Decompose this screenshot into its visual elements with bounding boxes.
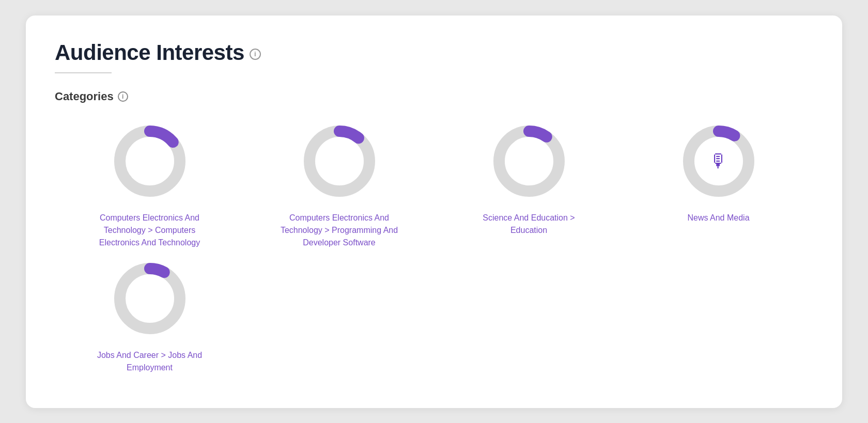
audience-interests-card: Audience Interests i Categories i Comput… — [26, 15, 842, 408]
category-item-4: 🎙 News And Media — [624, 120, 813, 249]
category-label-5: Jobs And Career > Jobs And Employment — [90, 349, 209, 374]
category-label-3: Science And Education > Education — [470, 212, 588, 237]
svg-point-8 — [120, 269, 180, 328]
categories-label: Categories — [55, 90, 114, 103]
donut-1 — [109, 120, 191, 202]
categories-row-1: Computers Electronics And Technology > C… — [55, 120, 813, 249]
donut-2 — [298, 120, 381, 202]
category-placeholder-3 — [434, 257, 624, 374]
donut-5 — [109, 257, 191, 340]
donut-4: 🎙 — [677, 120, 760, 202]
category-label-1: Computers Electronics And Technology > C… — [90, 212, 209, 249]
categories-info-icon[interactable]: i — [118, 91, 128, 102]
category-placeholder-2 — [244, 257, 434, 374]
category-item-3: Science And Education > Education — [434, 120, 624, 249]
category-placeholder-4 — [624, 257, 813, 374]
title-row: Audience Interests i — [55, 40, 813, 65]
category-label-2: Computers Electronics And Technology > P… — [280, 212, 399, 249]
category-item-1: Computers Electronics And Technology > C… — [55, 120, 244, 249]
microphone-icon: 🎙 — [709, 150, 728, 172]
categories-row-2: Jobs And Career > Jobs And Employment — [55, 257, 813, 374]
category-label-4: News And Media — [687, 212, 749, 224]
donut-3 — [488, 120, 570, 202]
title-info-icon[interactable]: i — [250, 49, 261, 60]
title-divider — [55, 72, 112, 73]
category-item-2: Computers Electronics And Technology > P… — [244, 120, 434, 249]
category-item-5: Jobs And Career > Jobs And Employment — [55, 257, 244, 374]
page-title: Audience Interests — [55, 40, 244, 65]
categories-header: Categories i — [55, 90, 813, 103]
